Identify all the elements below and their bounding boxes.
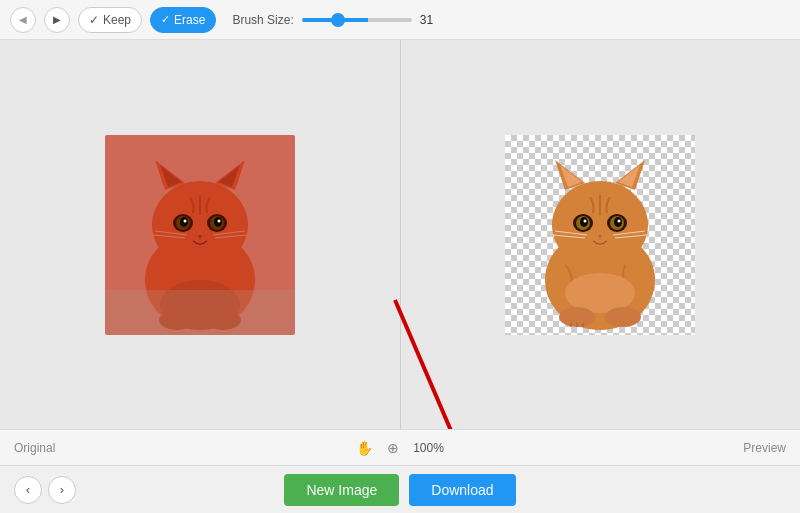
- toolbar: ◀ ▶ ✓ Keep ✓ Erase Brush Size: 31: [0, 0, 800, 40]
- back-icon: ◀: [19, 14, 27, 25]
- svg-point-46: [605, 307, 641, 327]
- svg-point-14: [183, 219, 186, 222]
- zoom-icon[interactable]: ⊕: [387, 440, 399, 456]
- svg-rect-24: [105, 290, 295, 335]
- brush-size-value: 31: [420, 13, 444, 27]
- preview-label: Preview: [743, 441, 786, 455]
- svg-point-15: [217, 219, 220, 222]
- erase-tool-label: Erase: [174, 13, 205, 27]
- original-image: [105, 135, 295, 335]
- forward-icon: ▶: [53, 14, 61, 25]
- download-label: Download: [431, 482, 493, 498]
- svg-point-44: [565, 273, 635, 313]
- erase-check-icon: ✓: [161, 13, 170, 26]
- back-button[interactable]: ◀: [10, 7, 36, 33]
- forward-button[interactable]: ▶: [44, 7, 70, 33]
- new-image-label: New Image: [306, 482, 377, 498]
- svg-point-26: [552, 181, 648, 269]
- brush-size-label: Brush Size:: [232, 13, 293, 27]
- svg-point-3: [152, 181, 248, 269]
- erase-tool-button[interactable]: ✓ Erase: [150, 7, 216, 33]
- prev-image-button[interactable]: ‹: [14, 476, 42, 504]
- keep-check-icon: ✓: [89, 13, 99, 27]
- svg-point-37: [584, 219, 587, 222]
- left-panel-original[interactable]: [0, 40, 401, 429]
- nav-arrow-buttons: ‹ ›: [14, 476, 76, 504]
- zoom-value: 100%: [413, 441, 444, 455]
- original-label: Original: [14, 441, 55, 455]
- download-button[interactable]: Download: [409, 474, 515, 506]
- status-center-controls: ✋ ⊕ 100%: [356, 440, 444, 456]
- next-image-button[interactable]: ›: [48, 476, 76, 504]
- status-bar: Original ✋ ⊕ 100% Preview: [0, 429, 800, 465]
- svg-point-38: [618, 219, 621, 222]
- main-canvas-area: [0, 40, 800, 429]
- brush-size-slider[interactable]: [302, 18, 412, 22]
- preview-image: [505, 135, 695, 335]
- new-image-button[interactable]: New Image: [284, 474, 399, 506]
- hand-tool-icon[interactable]: ✋: [356, 440, 373, 456]
- right-panel-preview[interactable]: [401, 40, 801, 429]
- keep-tool-button[interactable]: ✓ Keep: [78, 7, 142, 33]
- keep-tool-label: Keep: [103, 13, 131, 27]
- button-bar: ‹ › New Image Download: [0, 465, 800, 513]
